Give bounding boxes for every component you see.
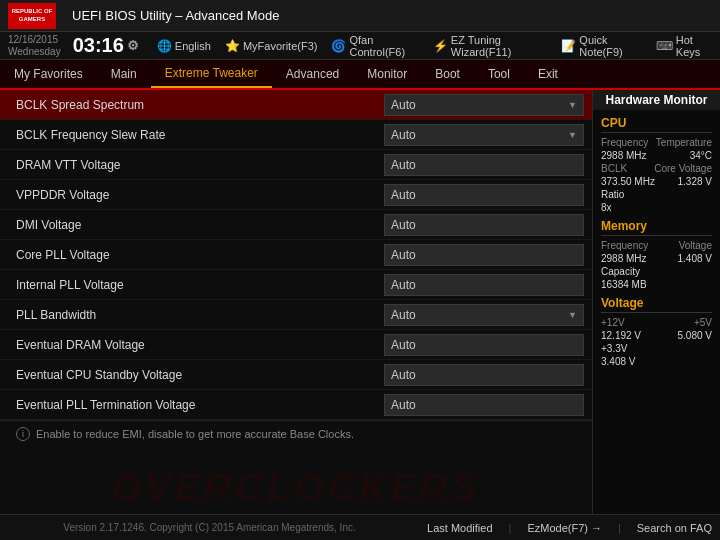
setting-value-pll-bw[interactable]: Auto	[384, 304, 584, 326]
nav-exit[interactable]: Exit	[524, 60, 572, 88]
hw-5v-label: +5V	[694, 317, 712, 328]
setting-value-vppddr[interactable]: Auto	[384, 184, 584, 206]
setting-value-eventual-dram[interactable]: Auto	[384, 334, 584, 356]
hw-ratio-val: 8x	[601, 202, 712, 213]
setting-eventual-dram[interactable]: Eventual DRAM Voltage Auto	[0, 330, 592, 360]
datetime-display: 12/16/2015 Wednesday	[8, 34, 61, 58]
toolbar-hotkeys[interactable]: ⌨ Hot Keys	[656, 34, 712, 58]
nav-monitor[interactable]: Monitor	[353, 60, 421, 88]
hw-cpu-freq-row: Frequency Temperature	[601, 137, 712, 148]
toolbar-qfan[interactable]: 🌀 Qfan Control(F6)	[331, 34, 418, 58]
hw-bclk-row: BCLK Core Voltage	[601, 163, 712, 174]
setting-label-pll-bw: PLL Bandwidth	[16, 308, 384, 322]
toolbar-english[interactable]: 🌐 English	[157, 39, 211, 53]
info-text: Enable to reduce EMI, disable to get mor…	[36, 428, 354, 440]
hw-12v-val: 12.192 V	[601, 330, 641, 341]
version-text: Version 2.17.1246. Copyright (C) 2015 Am…	[8, 522, 411, 533]
myfavorite-label: MyFavorite(F3)	[243, 40, 318, 52]
setting-value-eventual-cpu-standby[interactable]: Auto	[384, 364, 584, 386]
hw-bclk-val-row: 373.50 MHz 1.328 V	[601, 176, 712, 187]
setting-label-eventual-cpu-standby: Eventual CPU Standby Voltage	[16, 368, 384, 382]
rog-logo: REPUBLIC OFGAMERS	[8, 3, 56, 29]
setting-internal-pll[interactable]: Internal PLL Voltage Auto	[0, 270, 592, 300]
hw-mem-freq-row: Frequency Voltage	[601, 240, 712, 251]
setting-label-eventual-dram: Eventual DRAM Voltage	[16, 338, 384, 352]
hw-33v-val: 3.408 V	[601, 356, 712, 367]
hw-monitor-title: Hardware Monitor	[593, 90, 720, 110]
last-modified-button[interactable]: Last Modified	[427, 522, 492, 534]
setting-core-pll[interactable]: Core PLL Voltage Auto	[0, 240, 592, 270]
hardware-monitor-panel: Hardware Monitor CPU Frequency Temperatu…	[592, 90, 720, 514]
ez-mode-label: EzMode(F7)	[527, 522, 588, 534]
setting-vppddr[interactable]: VPPDDR Voltage Auto	[0, 180, 592, 210]
setting-label-eventual-pll-term: Eventual PLL Termination Voltage	[16, 398, 384, 412]
hotkeys-label: Hot Keys	[676, 34, 712, 58]
setting-value-bclk-spread[interactable]: Auto	[384, 94, 584, 116]
main-content: BCLK Spread Spectrum Auto BCLK Frequency…	[0, 90, 720, 514]
toolbar-items: 🌐 English ⭐ MyFavorite(F3) 🌀 Qfan Contro…	[157, 34, 712, 58]
toolbar-quicknote[interactable]: 📝 Quick Note(F9)	[561, 34, 641, 58]
note-icon: 📝	[561, 39, 576, 53]
qfan-label: Qfan Control(F6)	[349, 34, 418, 58]
bios-title: UEFI BIOS Utility – Advanced Mode	[72, 8, 712, 23]
hw-voltage-section: Voltage	[601, 296, 712, 313]
hw-cpu-temp-val: 34°C	[690, 150, 712, 161]
setting-bclk-slew[interactable]: BCLK Frequency Slew Rate Auto	[0, 120, 592, 150]
nav-boot[interactable]: Boot	[421, 60, 474, 88]
hw-cpu-freq-val-row: 2988 MHz 34°C	[601, 150, 712, 161]
setting-value-eventual-pll-term[interactable]: Auto	[384, 394, 584, 416]
setting-value-internal-pll[interactable]: Auto	[384, 274, 584, 296]
setting-label-vppddr: VPPDDR Voltage	[16, 188, 384, 202]
setting-bclk-spread[interactable]: BCLK Spread Spectrum Auto	[0, 90, 592, 120]
setting-value-core-pll[interactable]: Auto	[384, 244, 584, 266]
hw-ratio-label: Ratio	[601, 189, 712, 200]
hw-capacity-label: Capacity	[601, 266, 712, 277]
setting-label-bclk-slew: BCLK Frequency Slew Rate	[16, 128, 384, 142]
hw-core-volt-val: 1.328 V	[678, 176, 712, 187]
day-text: Wednesday	[8, 46, 61, 58]
setting-eventual-cpu-standby[interactable]: Eventual CPU Standby Voltage Auto	[0, 360, 592, 390]
setting-dram-vtt[interactable]: DRAM VTT Voltage Auto	[0, 150, 592, 180]
clock-display: 03:16 ⚙	[73, 34, 139, 57]
setting-label-core-pll: Core PLL Voltage	[16, 248, 384, 262]
setting-value-dmi[interactable]: Auto	[384, 214, 584, 236]
setting-dmi[interactable]: DMI Voltage Auto	[0, 210, 592, 240]
setting-label-bclk-spread: BCLK Spread Spectrum	[16, 98, 384, 112]
ez-mode-icon: →	[591, 522, 602, 534]
setting-label-internal-pll: Internal PLL Voltage	[16, 278, 384, 292]
eztuning-label: EZ Tuning Wizard(F11)	[451, 34, 548, 58]
setting-pll-bw[interactable]: PLL Bandwidth Auto	[0, 300, 592, 330]
nav-advanced[interactable]: Advanced	[272, 60, 353, 88]
hw-12v-label: +12V	[601, 317, 625, 328]
setting-eventual-pll-term[interactable]: Eventual PLL Termination Voltage Auto	[0, 390, 592, 420]
hw-mem-freq-val: 2988 MHz	[601, 253, 647, 264]
hw-cpu-freq-val: 2988 MHz	[601, 150, 647, 161]
setting-value-dram-vtt[interactable]: Auto	[384, 154, 584, 176]
globe-icon: 🌐	[157, 39, 172, 53]
hw-cpu-section: CPU	[601, 116, 712, 133]
hw-12v-row: +12V +5V	[601, 317, 712, 328]
hw-capacity-val: 16384 MB	[601, 279, 712, 290]
search-faq-button[interactable]: Search on FAQ	[637, 522, 712, 534]
star-icon: ⭐	[225, 39, 240, 53]
hw-33v-label: +3.3V	[601, 343, 712, 354]
quicknote-label: Quick Note(F9)	[579, 34, 641, 58]
clock-settings-icon[interactable]: ⚙	[127, 38, 139, 53]
date-text: 12/16/2015	[8, 34, 61, 46]
nav-my-favorites[interactable]: My Favorites	[0, 60, 97, 88]
toolbar-myfavorite[interactable]: ⭐ MyFavorite(F3)	[225, 39, 318, 53]
ez-mode-button[interactable]: EzMode(F7) →	[527, 522, 602, 534]
nav-tool[interactable]: Tool	[474, 60, 524, 88]
toolbar-eztuning[interactable]: ⚡ EZ Tuning Wizard(F11)	[433, 34, 548, 58]
info-bar: i Enable to reduce EMI, disable to get m…	[0, 420, 592, 447]
bolt-icon: ⚡	[433, 39, 448, 53]
footer-sep2: |	[618, 522, 621, 534]
nav-main[interactable]: Main	[97, 60, 151, 88]
nav-extreme-tweaker[interactable]: Extreme Tweaker	[151, 60, 272, 88]
last-modified-label: Last Modified	[427, 522, 492, 534]
hw-12v-val-row: 12.192 V 5.080 V	[601, 330, 712, 341]
hw-cpu-freq-label: Frequency	[601, 137, 648, 148]
time-text: 03:16	[73, 34, 124, 57]
setting-value-bclk-slew[interactable]: Auto	[384, 124, 584, 146]
hw-memory-section: Memory	[601, 219, 712, 236]
